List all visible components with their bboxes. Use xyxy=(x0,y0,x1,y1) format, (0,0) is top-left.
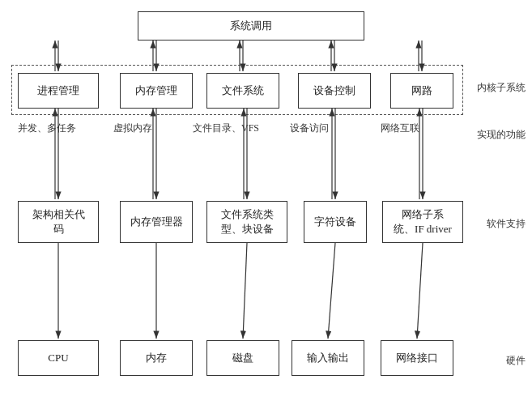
disk-label: 磁盘 xyxy=(232,351,253,365)
char-dev-box: 字符设备 xyxy=(304,201,367,243)
net-iface-label: 网络接口 xyxy=(396,351,438,365)
svg-line-25 xyxy=(328,243,335,339)
proc-mgmt-box: 进程管理 xyxy=(18,73,99,109)
side-label-kernel: 内核子系统 xyxy=(477,81,526,95)
func-label-4: 网络互联 xyxy=(381,122,419,135)
arch-code-label: 架构相关代 码 xyxy=(32,207,85,237)
side-label-sw: 软件支持 xyxy=(487,217,526,231)
net-iface-box: 网络接口 xyxy=(381,340,453,376)
proc-mgmt-label: 进程管理 xyxy=(37,83,79,98)
cpu-box: CPU xyxy=(18,340,99,376)
arch-code-box: 架构相关代 码 xyxy=(18,201,99,243)
svg-line-24 xyxy=(243,243,247,339)
mem-mgmt-box: 内存管理 xyxy=(120,73,193,109)
io-label: 输入输出 xyxy=(307,351,349,365)
dev-ctrl-box: 设备控制 xyxy=(298,73,371,109)
network-box: 网路 xyxy=(390,73,453,109)
diagram: 系统调用 进程管理 内存管理 文件系统 设备控制 网路 并发、多任务 虚拟内存 … xyxy=(0,0,532,405)
char-dev-label: 字符设备 xyxy=(314,215,356,229)
svg-line-26 xyxy=(417,243,423,339)
mem-mgmt-label: 内存管理 xyxy=(135,83,177,98)
fs-label: 文件系统 xyxy=(222,83,264,98)
io-box: 输入输出 xyxy=(292,340,364,376)
ram-box: 内存 xyxy=(120,340,193,376)
mem-mgr-label: 内存管理器 xyxy=(130,215,183,229)
fs-types-box: 文件系统类 型、块设备 xyxy=(206,201,287,243)
disk-box: 磁盘 xyxy=(206,340,279,376)
fs-types-label: 文件系统类 型、块设备 xyxy=(221,207,274,237)
net-sub-label: 网络子系 统、IF driver xyxy=(394,207,452,237)
dev-ctrl-label: 设备控制 xyxy=(313,83,355,98)
mem-mgr-box: 内存管理器 xyxy=(120,201,193,243)
syscall-box: 系统调用 xyxy=(138,11,364,40)
syscall-label: 系统调用 xyxy=(230,19,272,33)
func-label-2: 文件目录、VFS xyxy=(193,122,259,135)
ram-label: 内存 xyxy=(146,351,167,365)
cpu-label: CPU xyxy=(48,352,68,364)
func-label-0: 并发、多任务 xyxy=(18,122,76,135)
side-label-func: 实现的功能 xyxy=(477,128,526,142)
func-label-1: 虚拟内存 xyxy=(113,122,152,135)
fs-box: 文件系统 xyxy=(206,73,279,109)
func-label-3: 设备访问 xyxy=(290,122,329,135)
net-sub-box: 网络子系 统、IF driver xyxy=(382,201,463,243)
network-label: 网路 xyxy=(411,83,432,98)
side-label-hw: 硬件 xyxy=(506,354,526,368)
